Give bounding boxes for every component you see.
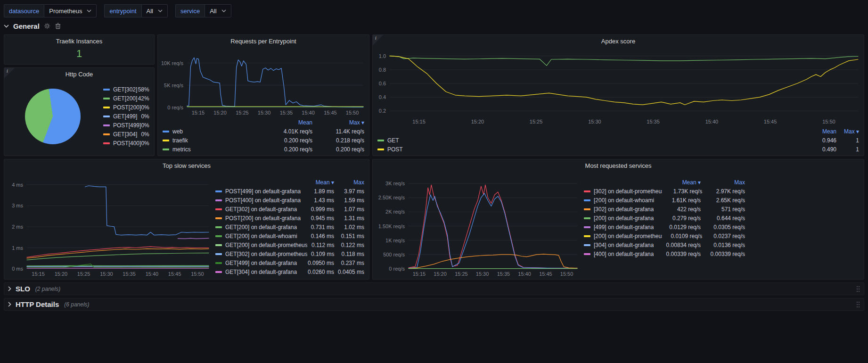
- legend-row[interactable]: traefik 0.200 req/s 0.218 req/s: [163, 136, 364, 145]
- gear-icon[interactable]: [44, 23, 50, 29]
- panel-title[interactable]: Most requested services: [373, 159, 864, 172]
- most-requested-chart[interactable]: 0 req/s500 req/s1K req/s1.50K req/s2K re…: [375, 172, 583, 278]
- legend-row[interactable]: GET[304] 0%: [103, 130, 149, 139]
- legend-table: Mean Max ▾ GET 0.946 1: [373, 126, 864, 156]
- series-color-swatch: [584, 226, 590, 228]
- svg-text:15:50: 15:50: [560, 271, 573, 277]
- legend-row[interactable]: web 4.01K req/s 11.4K req/s: [163, 127, 364, 136]
- series-max: 1: [836, 137, 859, 144]
- legend-table: Mean ▾ Max [302] on default-prometheus 1…: [583, 172, 749, 278]
- legend-rows: GET 0.946 1 POST 0.490 1: [377, 136, 859, 154]
- panel-apdex-score: i Apdex score 0.20.40.60.81.015:1515:201…: [372, 34, 864, 156]
- apdex-chart[interactable]: 0.20.40.60.81.015:1515:2015:2515:3015:35…: [373, 47, 864, 126]
- legend-row[interactable]: POST[400] on default-grafana 1.43 ms 1.5…: [215, 196, 364, 205]
- row-general-header[interactable]: General: [4, 20, 864, 32]
- series-max: 0.218 req/s: [312, 137, 364, 144]
- legend-row[interactable]: [302] on default-grafana 422 req/s 571 r…: [584, 205, 745, 214]
- legend-row[interactable]: GET 0.946 1: [377, 136, 859, 145]
- legend-row[interactable]: GET[499] on default-grafana 0.0950 ms 0.…: [215, 258, 364, 267]
- series-max: 0.237 ms: [334, 260, 364, 266]
- legend-row[interactable]: GET[200] 42%: [103, 94, 149, 103]
- svg-text:15:15: 15:15: [192, 110, 205, 116]
- series-name: GET[302]: [113, 86, 137, 93]
- legend-row[interactable]: POST[200] 0%: [103, 103, 149, 112]
- series-mean: 1.61K req/s: [659, 197, 701, 204]
- legend-row[interactable]: POST 0.490 1: [377, 145, 859, 154]
- trash-icon[interactable]: [55, 23, 61, 29]
- legend-col-max[interactable]: Max ▾: [836, 128, 859, 135]
- legend-row[interactable]: POST[499] on default-grafana 1.89 ms 3.9…: [215, 187, 364, 196]
- legend-row[interactable]: [304] on default-grafana 0.00834 req/s 0…: [584, 240, 745, 249]
- legend-row[interactable]: GET[302] on default-grafana 0.999 ms 1.0…: [215, 205, 364, 214]
- legend-header: Mean Max ▾: [377, 127, 859, 136]
- legend-row[interactable]: POST[200] on default-grafana 0.945 ms 1.…: [215, 214, 364, 223]
- legend-row[interactable]: metrics 0.200 req/s 0.200 req/s: [163, 145, 364, 154]
- series-mean: 0.200 req/s: [261, 146, 312, 153]
- series-percent: 0%: [141, 122, 149, 129]
- legend-row[interactable]: GET[304] on default-grafana 0.0260 ms 0.…: [215, 267, 364, 276]
- legend-row[interactable]: GET[499] 0%: [103, 112, 149, 121]
- row-http-details-header[interactable]: HTTP Details (6 panels): [4, 298, 864, 311]
- panel-title[interactable]: Top slow services: [4, 159, 369, 172]
- panel-info-corner[interactable]: [4, 68, 15, 78]
- svg-text:4 ms: 4 ms: [12, 182, 23, 188]
- series-mean: 0.146 ms: [307, 233, 334, 239]
- variables-bar: datasource Prometheus entrypoint All ser…: [4, 3, 864, 18]
- svg-text:15:15: 15:15: [32, 271, 45, 277]
- series-mean: 1.73K req/s: [662, 188, 702, 195]
- legend-row[interactable]: GET[302] on default-prometheus 0.109 ms …: [215, 249, 364, 258]
- legend-row[interactable]: GET[302] 58%: [103, 85, 149, 94]
- drag-handle-icon[interactable]: [856, 301, 860, 308]
- panel-most-requested-services: Most requested services 0 req/s500 req/s…: [372, 159, 864, 280]
- legend-row[interactable]: POST[400] 0%: [103, 139, 149, 148]
- legend-row[interactable]: [200] on default-grafana 0.279 req/s 0.6…: [584, 214, 745, 223]
- series-max: 11.4K req/s: [312, 128, 364, 135]
- series-max: 2.97K req/s: [702, 188, 745, 195]
- series-name: POST[200]: [113, 104, 141, 111]
- series-name: [304] on default-grafana: [594, 242, 654, 248]
- panel-info-corner[interactable]: [373, 35, 383, 45]
- legend-col-max[interactable]: Max ▾: [312, 119, 364, 126]
- series-mean: 422 req/s: [659, 206, 701, 213]
- legend-row[interactable]: GET[200] on default-whoami 0.146 ms 0.15…: [215, 231, 364, 240]
- panel-title[interactable]: Apdex score: [373, 35, 864, 47]
- variable-selected-value: All: [210, 8, 216, 15]
- row-slo-header[interactable]: SLO (2 panels): [4, 282, 864, 295]
- series-max: 571 req/s: [701, 206, 745, 213]
- panel-title[interactable]: Requests per Entrypoint: [158, 35, 369, 47]
- legend-row[interactable]: [400] on default-grafana 0.00339 req/s 0…: [584, 249, 745, 258]
- legend-row[interactable]: [499] on default-grafana 0.0129 req/s 0.…: [584, 223, 745, 231]
- variable-label: entrypoint: [104, 4, 141, 17]
- legend-row[interactable]: [302] on default-prometheus 1.73K req/s …: [584, 187, 745, 196]
- panel-traefik-instances: Traefik Instances 1: [4, 34, 155, 65]
- http-code-pie-chart[interactable]: [25, 89, 81, 144]
- series-name: GET[499]: [113, 113, 137, 120]
- drag-handle-icon[interactable]: [856, 286, 860, 292]
- series-name: GET[200] on default-grafana: [225, 224, 297, 231]
- panel-title[interactable]: Http Code: [4, 68, 154, 80]
- series-color-swatch: [163, 148, 169, 150]
- variable-dropdown[interactable]: All: [205, 4, 231, 17]
- legend-row[interactable]: POST[499] 0%: [103, 121, 149, 130]
- legend-col-max[interactable]: Max: [701, 179, 745, 186]
- variable-group: entrypoint All: [104, 4, 168, 17]
- series-max: 0.0136 req/s: [701, 242, 745, 248]
- legend-col-mean[interactable]: Mean: [798, 128, 836, 135]
- requests-chart[interactable]: 0 req/s5K req/s10K req/s15:1515:2015:251…: [158, 47, 369, 117]
- series-color-swatch: [584, 244, 590, 246]
- panel-body: 0 ms1 ms2 ms3 ms4 ms15:1515:2015:2515:30…: [4, 172, 369, 279]
- legend-col-max[interactable]: Max: [334, 179, 364, 186]
- legend-col-mean[interactable]: Mean ▾: [307, 179, 334, 186]
- svg-text:3 ms: 3 ms: [12, 203, 23, 208]
- panel-title[interactable]: Traefik Instances: [4, 35, 154, 47]
- legend-row[interactable]: [200] on default-prometheus 0.0109 req/s…: [584, 231, 745, 240]
- top-slow-chart[interactable]: 0 ms1 ms2 ms3 ms4 ms15:1515:2015:2515:30…: [6, 172, 214, 278]
- legend-row[interactable]: [200] on default-whoami 1.61K req/s 2.65…: [584, 196, 745, 205]
- legend-row[interactable]: GET[200] on default-grafana 0.731 ms 1.0…: [215, 223, 364, 231]
- legend-row[interactable]: GET[200] on default-prometheus 0.112 ms …: [215, 240, 364, 249]
- series-max: 0.0405 ms: [334, 269, 364, 275]
- legend-col-mean[interactable]: Mean ▾: [659, 179, 701, 186]
- variable-dropdown[interactable]: All: [141, 4, 168, 17]
- legend-col-mean[interactable]: Mean: [261, 119, 312, 126]
- variable-dropdown[interactable]: Prometheus: [44, 4, 97, 17]
